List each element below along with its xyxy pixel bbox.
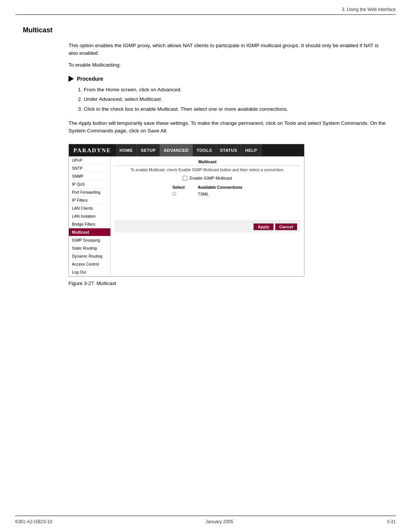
- ui-nav-items: HOME SETUP ADVANCED TOOLS STATUS HELP: [116, 144, 261, 156]
- sidebar-item-igmp-snooping[interactable]: IGMP Snooping: [69, 236, 110, 244]
- radio-cell: [166, 191, 191, 197]
- sidebar-item-ip-filters[interactable]: IP Filters: [69, 196, 110, 204]
- procedure-heading: Procedure: [68, 76, 388, 82]
- enable-igmp-checkbox[interactable]: [183, 176, 187, 180]
- col-select: Select: [166, 184, 191, 190]
- nav-status[interactable]: STATUS: [216, 144, 241, 156]
- section-title: Multicast: [23, 26, 388, 34]
- nav-setup[interactable]: SETUP: [137, 144, 160, 156]
- sidebar-item-port-forwarding[interactable]: Port Forwarding: [69, 188, 110, 196]
- apply-button[interactable]: Apply: [253, 223, 274, 230]
- sidebar-item-access-control[interactable]: Access Control: [69, 260, 110, 268]
- enable-multicast-row: Enable IGMP Multicast: [115, 176, 300, 180]
- ui-body: UPnP SNTP SNMP IP QoS Port Forwarding IP…: [69, 156, 304, 276]
- sidebar-item-bridge-filters[interactable]: Bridge Filters: [69, 220, 110, 228]
- col-available-connections: Available Connections: [191, 184, 249, 190]
- sidebar-item-lan-isolation[interactable]: LAN Isolation: [69, 212, 110, 220]
- table-row: TSML: [166, 191, 249, 197]
- sidebar-item-log-out[interactable]: Log Out: [69, 268, 110, 276]
- connection-radio[interactable]: [172, 192, 176, 196]
- procedure-label: Procedure: [77, 76, 103, 82]
- nav-tools[interactable]: TOOLS: [193, 144, 216, 156]
- sidebar-item-static-routing[interactable]: Static Routing: [69, 244, 110, 252]
- page-footer: 6381-A2-GB23-10 January 2005 3-31: [0, 519, 411, 524]
- apply-note: The Apply button will temporarily save t…: [68, 119, 388, 135]
- cancel-button[interactable]: Cancel: [275, 223, 297, 230]
- intro-text-1: This option enables the IGMP proxy, whic…: [68, 42, 388, 57]
- page-header: 3. Using the Web Interface: [0, 0, 411, 14]
- ui-navbar: PARADYNE HOME SETUP ADVANCED TOOLS STATU…: [69, 144, 304, 156]
- step-2: Under Advanced, select Muliticast.: [84, 95, 388, 104]
- footer-center: January 2005: [206, 519, 233, 524]
- sidebar-item-upnp[interactable]: UPnP: [69, 156, 110, 164]
- main-content: Multicast This option enables the IGMP p…: [0, 15, 411, 301]
- sidebar-item-lan-clients[interactable]: LAN Clients: [69, 204, 110, 212]
- procedure-arrow-icon: [68, 76, 74, 82]
- footer-rule: [15, 516, 396, 516]
- nav-advanced[interactable]: ADVANCED: [160, 144, 193, 156]
- sidebar-item-dynamic-routing[interactable]: Dynamic Routing: [69, 252, 110, 260]
- steps-list: From the Home screen, click on Advanced.…: [84, 86, 388, 113]
- ui-sidebar: UPnP SNTP SNMP IP QoS Port Forwarding IP…: [69, 156, 111, 276]
- ui-footer: Apply Cancel: [115, 221, 300, 233]
- sidebar-item-multicast[interactable]: Multicast: [69, 228, 110, 236]
- figure-caption: Figure 3-27. Multicast: [68, 280, 388, 286]
- connection-name: TSML: [191, 191, 249, 197]
- breadcrumb: 3. Using the Web Interface: [342, 7, 396, 12]
- ui-screenshot: PARADYNE HOME SETUP ADVANCED TOOLS STATU…: [68, 144, 304, 277]
- sidebar-item-ipqos[interactable]: IP QoS: [69, 180, 110, 188]
- nav-home[interactable]: HOME: [116, 144, 137, 156]
- sidebar-item-snmp[interactable]: SNMP: [69, 172, 110, 180]
- step-3: Click in the check box to enable Multica…: [84, 105, 388, 113]
- step-1: From the Home screen, click on Advanced.: [84, 86, 388, 94]
- nav-help[interactable]: HELP: [241, 144, 261, 156]
- connections-table: Select Available Connections TSML: [166, 183, 249, 198]
- sidebar-item-sntp[interactable]: SNTP: [69, 164, 110, 172]
- enable-igmp-label: Enable IGMP Multicast: [190, 176, 232, 180]
- ui-logo: PARADYNE: [69, 144, 116, 156]
- footer-left: 6381-A2-GB23-10: [15, 519, 52, 524]
- footer-right: 3-31: [387, 519, 396, 524]
- ui-content-title: Multicast: [115, 159, 300, 166]
- ui-content-desc: To enable Multicast, check Enable IGMP M…: [115, 167, 300, 172]
- intro-text-2: To enable Multicasting:: [68, 61, 388, 69]
- ui-content-panel: Multicast To enable Multicast, check Ena…: [111, 156, 304, 276]
